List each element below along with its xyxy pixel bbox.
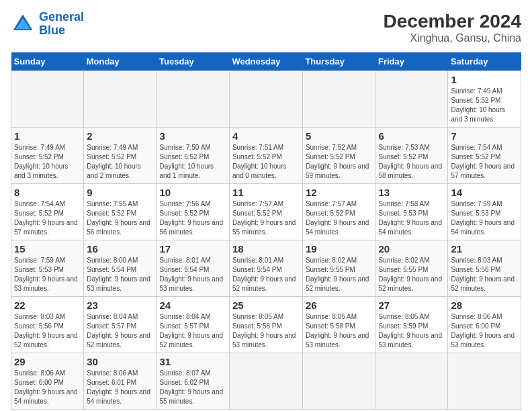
calendar-cell: 20 Sunrise: 8:02 AMSunset: 5:55 PMDaylig… <box>375 240 448 297</box>
calendar-cell: 9 Sunrise: 7:55 AMSunset: 5:52 PMDayligh… <box>84 184 157 240</box>
day-number: 25 <box>232 300 300 311</box>
day-detail: Sunrise: 7:56 AMSunset: 5:52 PMDaylight:… <box>160 200 224 236</box>
calendar-week-row: 29 Sunrise: 8:06 AMSunset: 6:00 PMDaylig… <box>11 353 521 410</box>
day-detail: Sunrise: 8:05 AMSunset: 5:59 PMDaylight:… <box>378 313 442 349</box>
day-detail: Sunrise: 8:02 AMSunset: 5:55 PMDaylight:… <box>306 257 369 292</box>
day-detail: Sunrise: 8:06 AMSunset: 6:01 PMDaylight:… <box>87 369 150 405</box>
calendar-cell <box>375 71 448 128</box>
day-detail: Sunrise: 7:55 AMSunset: 5:52 PMDaylight:… <box>87 200 150 236</box>
calendar-cell: 3 Sunrise: 7:50 AMSunset: 5:52 PMDayligh… <box>157 128 229 184</box>
page-header: General Blue December 2024 Xinghua, Gans… <box>11 11 521 44</box>
calendar-cell: 1 Sunrise: 7:49 AMSunset: 5:52 PMDayligh… <box>448 71 521 128</box>
day-number: 11 <box>232 187 300 198</box>
day-number: 8 <box>14 187 81 198</box>
calendar-week-row: 1 Sunrise: 7:49 AMSunset: 5:52 PMDayligh… <box>11 128 521 184</box>
calendar-cell: 1 Sunrise: 7:49 AMSunset: 5:52 PMDayligh… <box>11 128 84 184</box>
calendar-week-row: 8 Sunrise: 7:54 AMSunset: 5:52 PMDayligh… <box>11 184 521 240</box>
calendar-header-row: Sunday Monday Tuesday Wednesday Thursday… <box>11 52 521 71</box>
calendar-cell: 31 Sunrise: 8:07 AMSunset: 6:02 PMDaylig… <box>157 353 229 410</box>
calendar-cell: 27 Sunrise: 8:05 AMSunset: 5:59 PMDaylig… <box>375 297 448 353</box>
day-detail: Sunrise: 7:54 AMSunset: 5:52 PMDaylight:… <box>451 144 515 179</box>
day-detail: Sunrise: 8:06 AMSunset: 6:00 PMDaylight:… <box>14 369 78 405</box>
day-detail: Sunrise: 7:57 AMSunset: 5:52 PMDaylight:… <box>232 200 296 236</box>
header-wednesday: Wednesday <box>229 52 302 71</box>
day-detail: Sunrise: 8:06 AMSunset: 6:00 PMDaylight:… <box>451 313 515 349</box>
day-number: 17 <box>160 243 226 255</box>
day-detail: Sunrise: 8:02 AMSunset: 5:55 PMDaylight:… <box>378 257 442 292</box>
calendar-cell: 16 Sunrise: 8:00 AMSunset: 5:54 PMDaylig… <box>84 240 157 297</box>
day-number: 7 <box>451 130 518 142</box>
calendar-cell: 8 Sunrise: 7:54 AMSunset: 5:52 PMDayligh… <box>11 184 84 240</box>
calendar-cell: 17 Sunrise: 8:01 AMSunset: 5:54 PMDaylig… <box>157 240 229 297</box>
day-detail: Sunrise: 7:51 AMSunset: 5:52 PMDaylight:… <box>232 144 287 179</box>
calendar-cell <box>157 71 229 128</box>
day-number: 29 <box>14 356 81 367</box>
calendar-cell: 10 Sunrise: 7:56 AMSunset: 5:52 PMDaylig… <box>157 184 229 240</box>
day-detail: Sunrise: 7:54 AMSunset: 5:52 PMDaylight:… <box>14 200 78 236</box>
day-detail: Sunrise: 8:00 AMSunset: 5:54 PMDaylight:… <box>87 257 150 292</box>
calendar-cell: 30 Sunrise: 8:06 AMSunset: 6:01 PMDaylig… <box>84 353 157 410</box>
calendar-cell <box>448 353 521 410</box>
day-number: 5 <box>306 130 373 142</box>
day-detail: Sunrise: 7:49 AMSunset: 5:52 PMDaylight:… <box>87 144 141 179</box>
day-number: 15 <box>14 243 81 255</box>
day-detail: Sunrise: 8:05 AMSunset: 5:58 PMDaylight:… <box>306 313 369 349</box>
day-detail: Sunrise: 7:59 AMSunset: 5:53 PMDaylight:… <box>451 200 515 236</box>
day-detail: Sunrise: 7:59 AMSunset: 5:53 PMDaylight:… <box>14 257 78 292</box>
day-detail: Sunrise: 8:04 AMSunset: 5:57 PMDaylight:… <box>87 313 150 349</box>
day-detail: Sunrise: 7:49 AMSunset: 5:52 PMDaylight:… <box>14 144 69 179</box>
day-detail: Sunrise: 7:53 AMSunset: 5:52 PMDaylight:… <box>378 144 442 179</box>
day-number: 16 <box>87 243 153 255</box>
calendar-cell: 18 Sunrise: 8:01 AMSunset: 5:54 PMDaylig… <box>229 240 302 297</box>
calendar-cell: 15 Sunrise: 7:59 AMSunset: 5:53 PMDaylig… <box>11 240 84 297</box>
day-detail: Sunrise: 7:57 AMSunset: 5:52 PMDaylight:… <box>306 200 369 236</box>
calendar-week-row: 1 Sunrise: 7:49 AMSunset: 5:52 PMDayligh… <box>11 71 521 128</box>
day-number: 14 <box>451 187 518 198</box>
logo-blue: Blue <box>39 24 65 37</box>
day-number: 2 <box>87 130 153 142</box>
day-number: 13 <box>378 187 445 198</box>
calendar-cell: 28 Sunrise: 8:06 AMSunset: 6:00 PMDaylig… <box>448 297 521 353</box>
header-tuesday: Tuesday <box>157 52 229 71</box>
calendar-cell <box>11 71 84 128</box>
calendar-cell: 22 Sunrise: 8:03 AMSunset: 5:56 PMDaylig… <box>11 297 84 353</box>
day-detail: Sunrise: 7:58 AMSunset: 5:53 PMDaylight:… <box>378 200 442 236</box>
header-friday: Friday <box>375 52 448 71</box>
day-number: 30 <box>87 356 153 367</box>
logo-text: General Blue <box>39 11 84 38</box>
day-number: 31 <box>160 356 226 367</box>
day-detail: Sunrise: 8:05 AMSunset: 5:58 PMDaylight:… <box>232 313 296 349</box>
day-number: 1 <box>451 74 518 85</box>
header-sunday: Sunday <box>11 52 84 71</box>
day-detail: Sunrise: 8:03 AMSunset: 5:56 PMDaylight:… <box>451 257 515 292</box>
day-number: 1 <box>14 130 81 142</box>
calendar-cell: 2 Sunrise: 7:49 AMSunset: 5:52 PMDayligh… <box>84 128 157 184</box>
calendar-cell <box>302 71 375 128</box>
day-detail: Sunrise: 7:52 AMSunset: 5:52 PMDaylight:… <box>306 144 369 179</box>
day-number: 21 <box>451 243 518 255</box>
calendar-week-row: 22 Sunrise: 8:03 AMSunset: 5:56 PMDaylig… <box>11 297 521 353</box>
logo-icon <box>11 12 35 36</box>
calendar-cell: 11 Sunrise: 7:57 AMSunset: 5:52 PMDaylig… <box>229 184 302 240</box>
calendar-cell: 29 Sunrise: 8:06 AMSunset: 6:00 PMDaylig… <box>11 353 84 410</box>
day-number: 18 <box>232 243 300 255</box>
calendar-cell: 25 Sunrise: 8:05 AMSunset: 5:58 PMDaylig… <box>229 297 302 353</box>
day-number: 24 <box>160 300 226 311</box>
day-detail: Sunrise: 7:49 AMSunset: 5:52 PMDaylight:… <box>451 87 505 123</box>
calendar-cell: 19 Sunrise: 8:02 AMSunset: 5:55 PMDaylig… <box>302 240 375 297</box>
day-detail: Sunrise: 8:01 AMSunset: 5:54 PMDaylight:… <box>160 257 224 292</box>
day-number: 3 <box>160 130 226 142</box>
day-number: 10 <box>160 187 226 198</box>
day-number: 23 <box>87 300 153 311</box>
calendar-cell <box>229 353 302 410</box>
logo: General Blue <box>11 11 84 38</box>
calendar-cell <box>375 353 448 410</box>
day-number: 27 <box>378 300 445 311</box>
calendar-cell: 24 Sunrise: 8:04 AMSunset: 5:57 PMDaylig… <box>157 297 229 353</box>
day-detail: Sunrise: 8:03 AMSunset: 5:56 PMDaylight:… <box>14 313 78 349</box>
day-detail: Sunrise: 8:07 AMSunset: 6:02 PMDaylight:… <box>160 369 224 405</box>
day-number: 12 <box>306 187 373 198</box>
calendar-cell: 7 Sunrise: 7:54 AMSunset: 5:52 PMDayligh… <box>448 128 521 184</box>
day-detail: Sunrise: 8:01 AMSunset: 5:54 PMDaylight:… <box>232 257 296 292</box>
calendar-cell <box>84 71 157 128</box>
